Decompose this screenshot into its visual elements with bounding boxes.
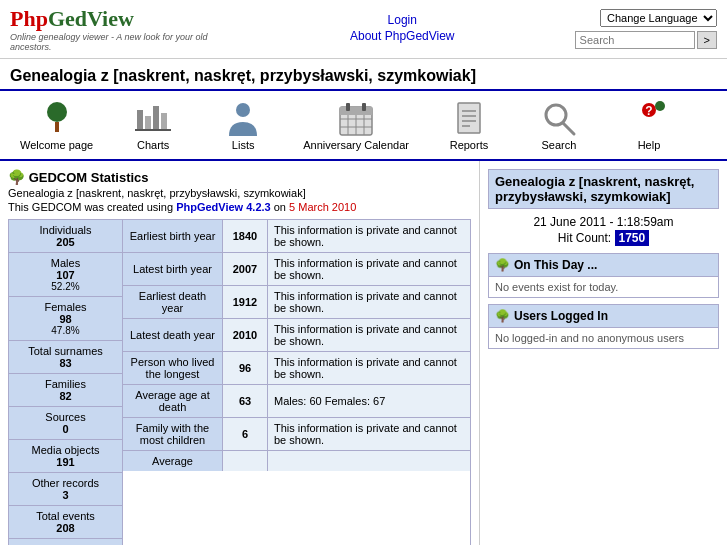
detail-average: Average	[123, 451, 470, 471]
detail-latest-birth-label: Latest birth year	[123, 253, 223, 285]
stat-females: Females 98 47.8%	[9, 297, 122, 341]
svg-point-7	[236, 103, 250, 117]
detail-latest-death: Latest death year 2010 This information …	[123, 319, 470, 352]
detail-earliest-birth: Earliest birth year 1840 This informatio…	[123, 220, 470, 253]
charts-icon	[133, 99, 173, 139]
stat-events: Total events 208	[9, 506, 122, 539]
stat-sources: Sources 0	[9, 407, 122, 440]
detail-most-children-label: Family with the most children	[123, 418, 223, 450]
stat-families-label: Families	[15, 378, 116, 390]
stat-families-value: 82	[15, 390, 116, 402]
document-icon	[449, 99, 489, 139]
detail-avg-age: Average age at death 63 Males: 60 Female…	[123, 385, 470, 418]
svg-text:?: ?	[645, 104, 652, 118]
detail-avg-age-info: Males: 60 Females: 67	[268, 385, 470, 417]
stat-other: Other records 3	[9, 473, 122, 506]
nav-welcome[interactable]: Welcome page	[20, 99, 93, 151]
search-row: >	[575, 31, 717, 49]
nav-icons-bar: Welcome page Charts Lists	[0, 91, 727, 161]
right-date: 21 June 2011 - 1:18:59am	[488, 215, 719, 229]
stat-individuals-value: 205	[15, 236, 116, 248]
detail-longest-lived-year: 96	[223, 352, 268, 384]
person-icon	[223, 99, 263, 139]
tree-icon-small: 🌳	[8, 169, 25, 185]
stat-surnames: Total surnames 83	[9, 341, 122, 374]
nav-charts[interactable]: Charts	[123, 99, 183, 151]
nav-search[interactable]: Search	[529, 99, 589, 151]
stat-sources-value: 0	[15, 423, 116, 435]
stat-surnames-value: 83	[15, 357, 116, 369]
nav-help-label: Help	[638, 139, 661, 151]
detail-latest-birth-info: This information is private and cannot b…	[268, 253, 470, 285]
nav-reports[interactable]: Reports	[439, 99, 499, 151]
detail-longest-lived: Person who lived the longest 96 This inf…	[123, 352, 470, 385]
nav-lists-label: Lists	[232, 139, 255, 151]
svg-rect-9	[340, 107, 372, 115]
users-logged-in-body: No logged-in and no anonymous users	[489, 328, 718, 348]
detail-latest-death-year: 2010	[223, 319, 268, 351]
stats-left-column: Individuals 205 Males 107 52.2% Females …	[8, 219, 123, 545]
right-panel: Genealogia z [naskrent, naskręt, przybys…	[480, 161, 727, 545]
svg-point-0	[47, 102, 67, 122]
users-logged-in-title: 🌳 Users Logged In	[489, 305, 718, 328]
detail-earliest-death-label: Earliest death year	[123, 286, 223, 318]
search-input[interactable]	[575, 31, 695, 49]
logo[interactable]: PhpGedView	[10, 6, 230, 32]
on-this-day-title: 🌳 On This Day ...	[489, 254, 718, 277]
nav-welcome-label: Welcome page	[20, 139, 93, 151]
stat-males-pct: 52.2%	[15, 281, 116, 292]
stat-events-label: Total events	[15, 510, 116, 522]
tree-icon	[37, 99, 77, 139]
stat-sources-label: Sources	[15, 411, 116, 423]
language-area: Change Language >	[575, 9, 717, 49]
stat-media: Media objects 191	[9, 440, 122, 473]
svg-rect-4	[153, 106, 159, 130]
detail-longest-lived-info: This information is private and cannot b…	[268, 352, 470, 384]
detail-latest-death-label: Latest death year	[123, 319, 223, 351]
on-this-day-section: 🌳 On This Day ... No events exist for to…	[488, 253, 719, 298]
stat-males-label: Males	[15, 257, 116, 269]
svg-line-23	[563, 123, 574, 134]
calendar-icon	[336, 99, 376, 139]
stat-total: Total	[9, 539, 122, 545]
main-content: 🌳 GEDCOM Statistics Genealogia z [naskre…	[0, 161, 727, 545]
stat-individuals: Individuals 205	[9, 220, 122, 253]
detail-longest-lived-label: Person who lived the longest	[123, 352, 223, 384]
nav-reports-label: Reports	[450, 139, 489, 151]
nav-lists[interactable]: Lists	[213, 99, 273, 151]
logo-rest: GedView	[48, 6, 134, 31]
svg-rect-2	[137, 110, 143, 130]
stat-males: Males 107 52.2%	[9, 253, 122, 297]
detail-earliest-birth-year: 1840	[223, 220, 268, 252]
detail-latest-death-info: This information is private and cannot b…	[268, 319, 470, 351]
svg-rect-5	[161, 113, 167, 130]
detail-earliest-death-year: 1912	[223, 286, 268, 318]
svg-rect-16	[362, 103, 366, 111]
nav-anniversary[interactable]: Anniversary Calendar	[303, 99, 409, 151]
about-link[interactable]: About PhpGedView	[230, 29, 575, 43]
stat-individuals-label: Individuals	[15, 224, 116, 236]
detail-most-children-info: This information is private and cannot b…	[268, 418, 470, 450]
detail-latest-birth-year: 2007	[223, 253, 268, 285]
svg-rect-17	[458, 103, 480, 133]
gedcom-app-name: PhpGedView 4.2.3	[176, 201, 271, 213]
language-select[interactable]: Change Language	[600, 9, 717, 27]
users-icon: 🌳	[495, 309, 510, 323]
nav-help[interactable]: ? Help	[619, 99, 679, 151]
left-panel: 🌳 GEDCOM Statistics Genealogia z [naskre…	[0, 161, 480, 545]
right-panel-title: Genealogia z [naskrent, naskręt, przybys…	[488, 169, 719, 209]
detail-latest-birth: Latest birth year 2007 This information …	[123, 253, 470, 286]
detail-avg-age-label: Average age at death	[123, 385, 223, 417]
stat-media-value: 191	[15, 456, 116, 468]
nav-charts-label: Charts	[137, 139, 169, 151]
on-this-day-icon: 🌳	[495, 258, 510, 272]
search-button[interactable]: >	[697, 31, 717, 49]
logo-area: PhpGedView Online genealogy viewer - A n…	[10, 6, 230, 52]
gedcom-subtitle: Genealogia z [naskrent, naskręt, przybys…	[8, 187, 471, 199]
stat-females-value: 98	[15, 313, 116, 325]
svg-rect-3	[145, 116, 151, 130]
users-logged-in-section: 🌳 Users Logged In No logged-in and no an…	[488, 304, 719, 349]
login-link[interactable]: Login	[230, 13, 575, 27]
gedcom-section-title: 🌳 GEDCOM Statistics	[8, 169, 471, 185]
stat-males-value: 107	[15, 269, 116, 281]
